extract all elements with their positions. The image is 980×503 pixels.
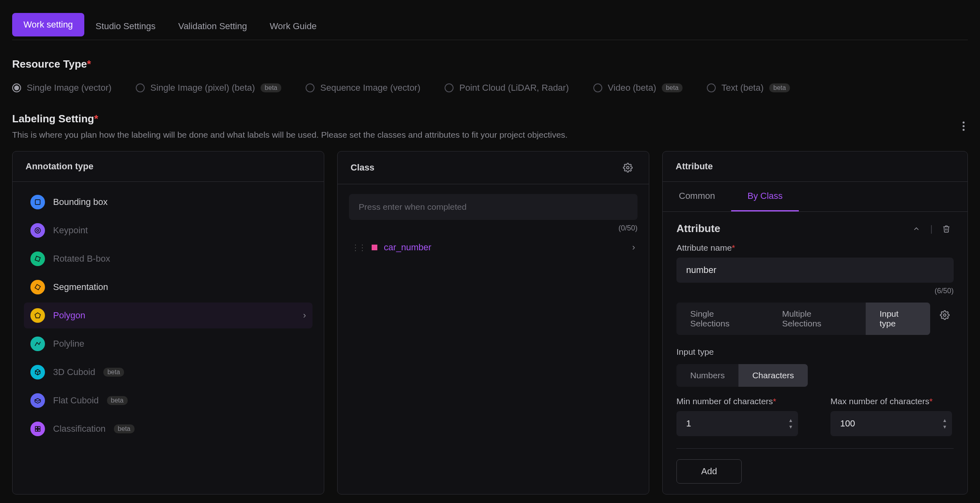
annotation-item-classification[interactable]: Classificationbeta bbox=[24, 416, 312, 442]
delete-attribute-button[interactable] bbox=[939, 223, 954, 234]
add-attribute-button[interactable]: Add bbox=[676, 459, 742, 484]
required-asterisk: * bbox=[929, 396, 933, 406]
annotation-item-label: Rotated B-box bbox=[53, 254, 110, 264]
tab-work-setting[interactable]: Work setting bbox=[12, 13, 84, 36]
min-stepper[interactable]: ▲ ▼ bbox=[788, 411, 793, 436]
class-settings-button[interactable] bbox=[620, 161, 636, 174]
resource-type-title-text: Resource Type bbox=[12, 58, 87, 70]
max-chars-label-text: Max number of characters bbox=[830, 396, 929, 406]
input-type-characters[interactable]: Characters bbox=[738, 364, 808, 387]
radio-dot-icon bbox=[445, 83, 454, 92]
attribute-panel: Attribute Common By Class Attribute | bbox=[662, 151, 968, 494]
class-item-label: car_number bbox=[384, 242, 431, 253]
required-asterisk: * bbox=[773, 396, 776, 406]
labeling-setting-description: This is where you plan how the labeling … bbox=[12, 130, 567, 140]
annotation-item-flat-cuboid[interactable]: Flat Cuboidbeta bbox=[24, 388, 312, 413]
class-name-input[interactable] bbox=[349, 194, 638, 220]
selection-type-multiple[interactable]: Multiple Selections bbox=[768, 303, 866, 335]
tab-validation-setting[interactable]: Validation Setting bbox=[167, 15, 259, 40]
cuboid-3d-icon bbox=[30, 365, 45, 379]
radio-sequence-image-vector[interactable]: Sequence Image (vector) bbox=[306, 83, 420, 93]
annotation-item-label: Segmentation bbox=[53, 282, 108, 292]
radio-label: Single Image (vector) bbox=[27, 83, 111, 93]
max-stepper[interactable]: ▲ ▼ bbox=[942, 411, 947, 436]
beta-badge: beta bbox=[662, 83, 683, 92]
gear-icon bbox=[623, 163, 633, 173]
resource-type-title: Resource Type* bbox=[12, 58, 968, 70]
attribute-name-label-text: Attribute name bbox=[676, 243, 732, 252]
main-tabs: Work setting Studio Settings Validation … bbox=[12, 15, 968, 40]
annotation-type-header: Annotation type bbox=[26, 161, 93, 172]
attribute-tab-by-class[interactable]: By Class bbox=[731, 182, 799, 211]
radio-text-beta[interactable]: Text (beta) beta bbox=[707, 83, 790, 93]
input-type-label: Input type bbox=[676, 347, 954, 357]
svg-rect-7 bbox=[35, 429, 37, 431]
annotation-item-keypoint[interactable]: Keypoint bbox=[24, 217, 312, 243]
svg-rect-3 bbox=[35, 256, 41, 262]
radio-point-cloud[interactable]: Point Cloud (LiDAR, Radar) bbox=[445, 83, 569, 93]
radio-single-image-vector[interactable]: Single Image (vector) bbox=[12, 83, 111, 93]
svg-rect-0 bbox=[35, 200, 40, 205]
polyline-icon bbox=[30, 337, 45, 351]
radio-dot-icon bbox=[306, 83, 315, 92]
divider bbox=[676, 448, 954, 449]
class-item-car-number[interactable]: ⋮⋮ car_number › bbox=[349, 237, 638, 258]
chevron-down-icon: ▼ bbox=[788, 424, 793, 430]
radio-label: Sequence Image (vector) bbox=[320, 83, 420, 93]
labeling-setting-title-text: Labeling Setting bbox=[12, 113, 94, 125]
svg-rect-8 bbox=[38, 429, 40, 431]
svg-point-1 bbox=[37, 230, 39, 232]
radio-dot-icon bbox=[12, 83, 21, 92]
annotation-item-label: Flat Cuboid bbox=[53, 395, 99, 406]
max-chars-input[interactable] bbox=[830, 411, 952, 436]
beta-badge: beta bbox=[107, 396, 128, 405]
annotation-item-polygon[interactable]: Polygon› bbox=[24, 303, 312, 328]
classification-icon bbox=[30, 422, 45, 436]
attribute-panel-header: Attribute bbox=[676, 161, 713, 172]
drag-handle-icon[interactable]: ⋮⋮ bbox=[351, 243, 365, 252]
annotation-item-polyline[interactable]: Polyline bbox=[24, 331, 312, 357]
selection-type-input[interactable]: Input type bbox=[866, 303, 930, 335]
chevron-right-icon: › bbox=[632, 242, 635, 253]
tab-studio-settings[interactable]: Studio Settings bbox=[84, 15, 167, 40]
radio-label: Single Image (pixel) (beta) bbox=[150, 83, 255, 93]
min-chars-input[interactable] bbox=[676, 411, 798, 436]
selection-type-single[interactable]: Single Selections bbox=[676, 303, 768, 335]
beta-badge: beta bbox=[769, 83, 790, 92]
svg-marker-4 bbox=[35, 313, 40, 318]
chevron-up-icon bbox=[912, 225, 920, 233]
input-type-numbers[interactable]: Numbers bbox=[676, 364, 738, 387]
more-menu-button[interactable] bbox=[959, 118, 968, 134]
class-panel-header: Class bbox=[351, 162, 374, 173]
selection-type-group: Single Selections Multiple Selections In… bbox=[676, 303, 930, 335]
radio-label: Point Cloud (LiDAR, Radar) bbox=[459, 83, 569, 93]
polygon-icon bbox=[30, 308, 45, 323]
annotation-item-segmentation[interactable]: Segmentation bbox=[24, 274, 312, 300]
radio-single-image-pixel[interactable]: Single Image (pixel) (beta) beta bbox=[136, 83, 281, 93]
annotation-type-panel: Annotation type Bounding boxKeypointRota… bbox=[12, 151, 324, 494]
radio-video-beta[interactable]: Video (beta) beta bbox=[593, 83, 683, 93]
segmentation-icon bbox=[30, 280, 45, 294]
attribute-name-counter: (6/50) bbox=[676, 287, 954, 295]
svg-rect-6 bbox=[38, 426, 40, 428]
annotation-item-label: 3D Cuboid bbox=[53, 367, 95, 377]
min-chars-label-text: Min number of characters bbox=[676, 396, 773, 406]
flat-cuboid-icon bbox=[30, 393, 45, 408]
attribute-name-input[interactable] bbox=[676, 258, 954, 283]
chevron-up-icon: ▲ bbox=[942, 418, 947, 423]
annotation-item-bounding-box[interactable]: Bounding box bbox=[24, 189, 312, 215]
class-input-counter: (0/50) bbox=[349, 224, 638, 232]
svg-point-10 bbox=[944, 314, 946, 316]
max-chars-label: Max number of characters* bbox=[830, 396, 952, 406]
annotation-item-rotated-bbox[interactable]: Rotated B-box bbox=[24, 246, 312, 272]
tab-work-guide[interactable]: Work Guide bbox=[258, 15, 328, 40]
annotation-item-label: Classification bbox=[53, 424, 106, 434]
gear-icon bbox=[940, 310, 950, 320]
class-panel: Class (0/50) ⋮⋮ car_number › bbox=[337, 151, 649, 494]
input-type-group: Numbers Characters bbox=[676, 364, 808, 387]
selection-type-settings-button[interactable] bbox=[936, 310, 954, 320]
attribute-tab-common[interactable]: Common bbox=[663, 182, 731, 211]
rotated-bbox-icon bbox=[30, 252, 45, 266]
annotation-item-cuboid-3d[interactable]: 3D Cuboidbeta bbox=[24, 359, 312, 385]
collapse-attribute-button[interactable] bbox=[909, 223, 924, 234]
